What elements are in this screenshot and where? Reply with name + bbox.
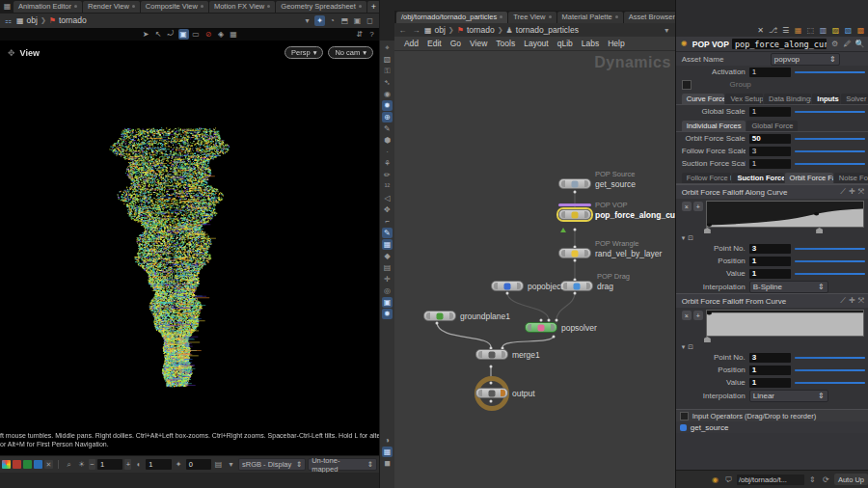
ramp-collapse-icon[interactable]: ▾ bbox=[682, 343, 686, 351]
red-channel-icon[interactable] bbox=[13, 460, 21, 469]
lasso-select-icon[interactable]: ▭ bbox=[191, 29, 202, 40]
gear-icon[interactable]: ⚙ bbox=[829, 39, 840, 49]
camera-view-icon[interactable]: ▣ bbox=[382, 297, 393, 308]
list-checkbox[interactable] bbox=[680, 412, 689, 420]
param-value-field[interactable]: 50 bbox=[749, 134, 791, 144]
menu-edit[interactable]: Edit bbox=[427, 39, 442, 48]
tab-material-palette[interactable]: Material Palette bbox=[557, 12, 623, 23]
digits-icon[interactable]: ¹² bbox=[382, 181, 393, 192]
tab-composite-view[interactable]: Composite View bbox=[141, 1, 208, 13]
gamma-value[interactable]: 1 bbox=[97, 459, 122, 470]
interpolation-dropdown[interactable]: B-Spline⇕ bbox=[749, 281, 828, 293]
pin-icon[interactable]: ➴ bbox=[382, 77, 393, 88]
headlight-icon[interactable]: ✹ bbox=[382, 100, 393, 111]
breadcrumb-node[interactable]: tornado bbox=[467, 25, 495, 35]
node-groundplane1[interactable] bbox=[423, 311, 456, 321]
breadcrumb-leaf[interactable]: tornado_particles bbox=[516, 25, 579, 35]
node-popsolver[interactable] bbox=[525, 322, 557, 333]
tab-render-view[interactable]: Render View bbox=[83, 1, 140, 13]
rotate-icon[interactable]: ⤾ bbox=[166, 29, 176, 40]
node-output[interactable] bbox=[475, 388, 508, 398]
pin-highlight-icon[interactable]: ✦ bbox=[314, 15, 325, 26]
menu-view[interactable]: View bbox=[470, 39, 487, 48]
box-select-icon[interactable]: ▣ bbox=[178, 29, 189, 40]
move-icon[interactable]: ✛ bbox=[849, 187, 855, 197]
param-slider[interactable] bbox=[795, 357, 865, 359]
tab-tree-view[interactable]: Tree View bbox=[508, 12, 556, 23]
ramp-add-button[interactable]: + bbox=[693, 311, 703, 320]
caret-down-icon[interactable]: ▾ bbox=[226, 459, 236, 470]
gamma-icon[interactable]: ☀ bbox=[76, 459, 87, 470]
param-slider[interactable] bbox=[795, 111, 865, 113]
ramp-add-button[interactable]: + bbox=[693, 202, 703, 211]
menu-labs[interactable]: Labs bbox=[582, 39, 599, 48]
gamma-increase-button[interactable]: + bbox=[124, 459, 131, 470]
gamma-decrease-button[interactable]: − bbox=[89, 459, 95, 470]
param-slider[interactable] bbox=[795, 382, 865, 384]
speaker-icon[interactable]: ◁ bbox=[382, 193, 393, 203]
ramp-collapse-icon[interactable]: ▾ bbox=[682, 234, 686, 242]
axis-icon[interactable]: ✛ bbox=[382, 274, 393, 285]
grid-icon[interactable]: ▤ bbox=[382, 262, 393, 273]
brush-icon[interactable]: 🖉 bbox=[842, 39, 853, 49]
forward-icon[interactable]: → bbox=[411, 25, 421, 36]
tab-animation-editor[interactable]: Animation Editor bbox=[14, 1, 82, 13]
param-value-field[interactable]: 3 bbox=[749, 244, 791, 254]
param-value-field[interactable]: 1 bbox=[749, 269, 791, 279]
draw-icon[interactable]: ✎ bbox=[382, 228, 393, 238]
param-tab-noise-fo[interactable]: Noise Fo... bbox=[834, 173, 868, 183]
lut-icon[interactable]: ▤ bbox=[213, 459, 224, 470]
tab-asset-browser[interactable]: Asset Browser bbox=[624, 12, 675, 23]
tab--obj-tornado-tornado-particles[interactable]: /obj/tornado/tornado_particles bbox=[396, 12, 507, 23]
dot-icon[interactable]: · bbox=[382, 147, 393, 157]
tonemap-dropdown[interactable]: Un-tone-mapped⇕ bbox=[308, 458, 377, 471]
auto-update-button[interactable]: Auto Up bbox=[834, 474, 868, 485]
globe-icon[interactable]: ⊕ bbox=[382, 112, 393, 122]
param-tab-inputs[interactable]: Inputs bbox=[812, 94, 840, 104]
message-dot-icon[interactable]: ◉ bbox=[710, 474, 720, 485]
list-icon[interactable]: ☰ bbox=[780, 25, 791, 36]
param-tab-follow-force-fa[interactable]: Follow Force Fa... bbox=[682, 173, 732, 183]
checker-icon[interactable]: ▦ bbox=[382, 239, 393, 250]
contrast-value[interactable]: 1 bbox=[146, 459, 171, 470]
pencil-icon[interactable]: ✏ bbox=[382, 170, 393, 180]
param-value-field[interactable]: 1 bbox=[749, 378, 791, 388]
param-tab-curve-force[interactable]: Curve Force bbox=[682, 94, 725, 104]
tab-close-dot[interactable] bbox=[267, 5, 270, 8]
grid-yellow-icon[interactable]: ▦ bbox=[382, 447, 393, 457]
3d-viewport[interactable]: ✥ View Persp▾ No cam▾ ft mouse tumbles. … bbox=[0, 41, 379, 455]
snapshot-green-icon[interactable]: ▧ bbox=[382, 54, 393, 65]
node-popobject[interactable] bbox=[491, 281, 524, 291]
group-checkbox[interactable] bbox=[682, 80, 692, 90]
expand-icon[interactable]: ⤧ bbox=[858, 187, 864, 197]
points-icon[interactable]: ⬢ bbox=[382, 135, 393, 146]
magnifier-icon[interactable]: 🔍 bbox=[854, 39, 865, 49]
perspective-selector[interactable]: Persp▾ bbox=[285, 46, 323, 59]
tab-close-dot[interactable] bbox=[500, 15, 502, 18]
display-options-icon[interactable]: ⌖ bbox=[382, 42, 393, 53]
breadcrumb-node[interactable]: tornado bbox=[59, 15, 87, 25]
translate-icon[interactable]: ↖ bbox=[153, 29, 164, 40]
refresh-icon[interactable]: ⟳ bbox=[821, 474, 831, 485]
param-slider[interactable] bbox=[795, 163, 865, 165]
param-slider[interactable] bbox=[795, 369, 865, 371]
interpolation-dropdown[interactable]: Linear⇕ bbox=[749, 390, 828, 402]
camera-lock-icon[interactable]: ▦ bbox=[229, 29, 239, 40]
camera-selector[interactable]: No cam▾ bbox=[328, 46, 373, 59]
alpha-channel-icon[interactable]: ✕ bbox=[44, 460, 53, 469]
brush-icon[interactable]: ✎ bbox=[382, 123, 393, 134]
node-name-field[interactable]: pop_force_along_curve bbox=[732, 39, 827, 49]
tab-close-dot[interactable] bbox=[132, 5, 135, 8]
breadcrumb-root[interactable]: obj bbox=[435, 25, 446, 35]
tab-close-dot[interactable] bbox=[615, 15, 618, 18]
param-value-field[interactable]: 1 bbox=[749, 366, 791, 375]
lock-icon[interactable]: ⚿ bbox=[382, 66, 393, 76]
select-mode-icon[interactable]: ➤ bbox=[141, 29, 151, 40]
ramp-option-icon[interactable]: ⊡ bbox=[688, 343, 693, 351]
pencil-icon[interactable]: ⟋ bbox=[840, 296, 846, 306]
panel-icon[interactable]: ▥ bbox=[818, 25, 828, 36]
param-slider[interactable] bbox=[795, 273, 865, 275]
ramp-point-handle[interactable] bbox=[704, 228, 711, 233]
hand-icon[interactable]: ✥ bbox=[382, 204, 393, 215]
tab-close-dot[interactable] bbox=[549, 15, 552, 18]
